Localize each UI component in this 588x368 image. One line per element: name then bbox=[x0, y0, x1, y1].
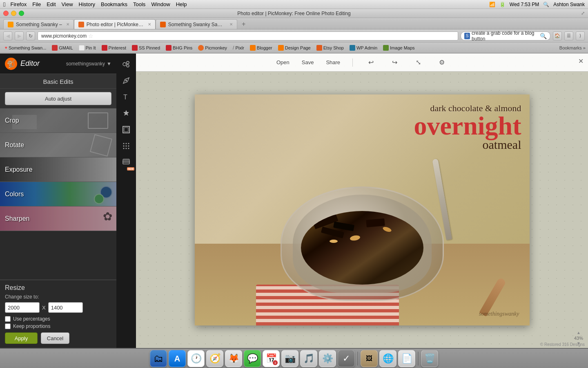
strip-frames-tool[interactable] bbox=[119, 122, 134, 137]
dock-doc[interactable]: 📄 bbox=[398, 350, 415, 367]
undo-button[interactable]: ↩ bbox=[365, 57, 376, 68]
editor-user[interactable]: somethingswanky ▼ bbox=[66, 61, 111, 67]
use-percentages-checkbox[interactable] bbox=[5, 316, 11, 322]
crop-tool[interactable]: Crop bbox=[0, 108, 116, 133]
dock-photo1[interactable]: 🖼 bbox=[361, 350, 378, 367]
forward-button[interactable]: ▶ bbox=[15, 31, 24, 40]
dock-unfolder[interactable]: ✓ bbox=[338, 350, 355, 367]
back-button[interactable]: ◀ bbox=[3, 31, 12, 40]
bookmark-star-icon[interactable]: ☆ bbox=[88, 33, 94, 39]
search-box[interactable]: S create a grab code for a blog button 🔍 bbox=[461, 31, 550, 40]
open-button[interactable]: Open bbox=[276, 59, 290, 65]
dock-browser2[interactable]: 🌐 bbox=[379, 350, 396, 367]
save-button[interactable]: Save bbox=[302, 59, 314, 65]
bookmark-design-page[interactable]: Design Page bbox=[276, 44, 313, 52]
dock-safari[interactable]: 🧭 bbox=[206, 350, 223, 367]
new-tab-button[interactable]: + bbox=[239, 19, 249, 29]
bookmark-pinterest[interactable]: Pinterest bbox=[99, 44, 129, 52]
close-editor-button[interactable]: ✕ bbox=[577, 57, 585, 65]
dock-photos[interactable]: 📷 bbox=[281, 350, 298, 367]
menu-view[interactable]: View bbox=[62, 1, 73, 7]
expand-button[interactable]: ⤢ bbox=[581, 11, 585, 16]
tab-something-swanky[interactable]: Something Swanky – ✕ bbox=[3, 19, 74, 29]
strip-new-tool[interactable] bbox=[119, 155, 134, 170]
menu-tools[interactable]: Tools bbox=[133, 1, 145, 7]
dock-music[interactable]: 🎵 bbox=[300, 350, 317, 367]
resize-inputs: 2000 X 1400 bbox=[5, 302, 111, 313]
bookmarks-more-button[interactable]: Bookmarks » bbox=[559, 45, 586, 50]
menu-edit[interactable]: Edit bbox=[47, 1, 56, 7]
svg-point-14 bbox=[126, 148, 127, 149]
apply-button[interactable]: Apply bbox=[5, 332, 38, 344]
photos-icon: 📷 bbox=[285, 353, 296, 364]
address-input[interactable]: www.picmonkey.com ☆ bbox=[38, 31, 458, 40]
close-window-button[interactable] bbox=[3, 11, 9, 16]
dock-messages[interactable]: 💬 bbox=[244, 350, 261, 367]
bookmark-wp[interactable]: WP Admin bbox=[347, 44, 380, 52]
watermark: somethingswanky bbox=[479, 311, 519, 317]
settings-button[interactable]: ⚙ bbox=[436, 57, 448, 68]
menu-history[interactable]: History bbox=[79, 1, 95, 7]
strip-textures-tool[interactable] bbox=[119, 139, 134, 153]
resize-width-input[interactable]: 2000 bbox=[5, 302, 40, 313]
bookmark-ss-pinned[interactable]: SS Pinned bbox=[129, 44, 163, 52]
menu-bookmarks[interactable]: Bookmarks bbox=[101, 1, 127, 7]
home-button[interactable]: 🏠 bbox=[553, 31, 562, 40]
strip-touch-tool[interactable] bbox=[119, 73, 134, 88]
tab-sample-blog[interactable]: Something Swanky Sample Blog ✕ bbox=[156, 19, 237, 29]
dock-calendar[interactable]: 📅 3 bbox=[263, 350, 280, 367]
bookmark-etsy[interactable]: Etsy Shop bbox=[314, 44, 346, 52]
dock-firefox[interactable]: 🦊 bbox=[225, 350, 242, 367]
dock-trash[interactable]: 🗑️ bbox=[421, 350, 438, 367]
share-button[interactable]: Share bbox=[326, 59, 340, 65]
bookmark-bhg[interactable]: BHG Pins bbox=[163, 44, 195, 52]
auto-adjust-button[interactable]: Auto adjust bbox=[5, 92, 111, 105]
strip-overlays-tool[interactable] bbox=[119, 106, 134, 121]
tab-close-swanky[interactable]: ✕ bbox=[66, 22, 69, 27]
menu-help[interactable]: Help bbox=[176, 1, 187, 7]
strip-effects-tool[interactable] bbox=[119, 57, 134, 72]
sharpen-tool[interactable]: ✿ Sharpen bbox=[0, 206, 116, 231]
dock-systemprefs[interactable]: ⚙️ bbox=[319, 350, 336, 367]
bookmark-pixlr[interactable]: / Pixlr bbox=[230, 44, 247, 52]
dock-appstore[interactable]: A bbox=[169, 350, 186, 367]
menu-window[interactable]: Window bbox=[151, 1, 170, 7]
arrow-button[interactable]: ⟩ bbox=[576, 31, 585, 40]
apple-menu[interactable]:  bbox=[3, 1, 5, 8]
reload-button[interactable]: ↻ bbox=[26, 31, 35, 40]
bookmark-gmail[interactable]: GMAIL bbox=[49, 44, 75, 52]
tab-close-picmonkey[interactable]: ✕ bbox=[148, 22, 151, 27]
crop-label: Crop bbox=[5, 117, 19, 124]
maximize-window-button[interactable] bbox=[19, 11, 24, 16]
redo-button[interactable]: ↪ bbox=[389, 57, 400, 68]
rotate-tool[interactable]: Rotate bbox=[0, 133, 116, 157]
dock-finder[interactable]: 🗂 bbox=[150, 350, 167, 367]
bookmark-pinit[interactable]: Pin It bbox=[76, 44, 98, 52]
cancel-button[interactable]: Cancel bbox=[41, 332, 69, 344]
bookmark-image-maps[interactable]: Image Maps bbox=[381, 44, 417, 52]
menu-firefox[interactable]: Firefox bbox=[10, 1, 27, 7]
tab-picmonkey[interactable]: Photo editor | PicMonkey: Free ... ✕ bbox=[74, 19, 156, 29]
resize-toolbar-button[interactable]: ⤡ bbox=[412, 57, 424, 68]
url-text: www.picmonkey.com bbox=[41, 33, 87, 39]
strip-text-tool[interactable]: T bbox=[119, 90, 134, 104]
search-magnifier-icon[interactable]: 🔍 bbox=[540, 33, 547, 39]
exposure-label: Exposure bbox=[5, 166, 33, 173]
bookmark-blogger[interactable]: Blogger bbox=[247, 44, 275, 52]
zoom-up-arrow[interactable]: ▲ bbox=[577, 331, 581, 335]
bookmark-picmonkey-label: Picmonkey bbox=[205, 45, 227, 50]
keep-proportions-checkbox[interactable] bbox=[5, 323, 11, 329]
menu-file[interactable]: File bbox=[32, 1, 41, 7]
minimize-window-button[interactable] bbox=[11, 11, 16, 16]
search-icon[interactable]: 🔍 bbox=[543, 2, 549, 7]
bookmark-swanky[interactable]: ♥ Something Swan... bbox=[2, 44, 49, 52]
resize-height-input[interactable]: 1400 bbox=[48, 302, 83, 313]
exposure-tool[interactable]: Exposure bbox=[0, 157, 116, 182]
dock-clock[interactable]: 🕐 bbox=[187, 350, 205, 367]
tab-close-blog[interactable]: ✕ bbox=[229, 22, 233, 27]
unfolder-icon: ✓ bbox=[343, 353, 350, 364]
bookmarks-button[interactable]: ☰ bbox=[564, 31, 573, 40]
bookmark-picmonkey[interactable]: Picmonkey bbox=[196, 44, 229, 52]
colors-tool[interactable]: Colors bbox=[0, 182, 116, 206]
zoom-level: 43% bbox=[574, 336, 583, 341]
